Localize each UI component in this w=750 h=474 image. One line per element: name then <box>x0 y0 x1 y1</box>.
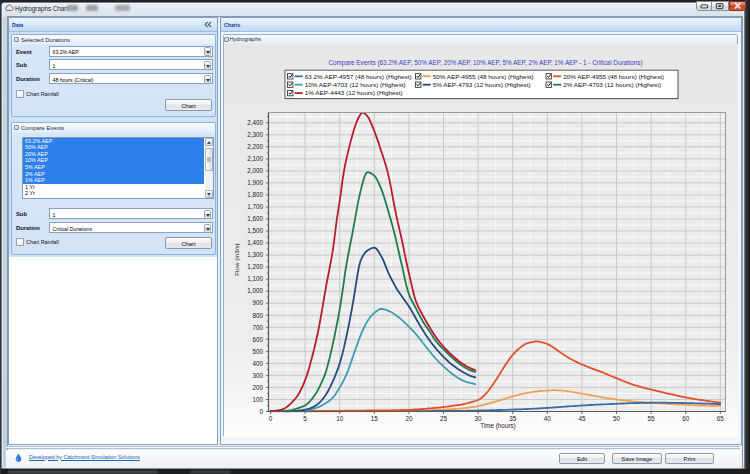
svg-text:2,300: 2,300 <box>247 131 263 138</box>
svg-text:0: 0 <box>268 414 272 421</box>
svg-text:1,700: 1,700 <box>247 203 263 210</box>
svg-text:20% AEP-4955 (48 hours) (Highe: 20% AEP-4955 (48 hours) (Highest) <box>563 72 664 79</box>
svg-text:800: 800 <box>252 311 263 318</box>
svg-text:100: 100 <box>252 395 263 402</box>
svg-text:2,100: 2,100 <box>247 155 263 162</box>
svg-text:1,400: 1,400 <box>247 239 263 246</box>
svg-text:2% AEP-4703 (12 hours) (Highes: 2% AEP-4703 (12 hours) (Highest) <box>563 80 661 87</box>
svg-text:300: 300 <box>252 371 263 378</box>
svg-text:45: 45 <box>578 414 586 421</box>
svg-text:1,800: 1,800 <box>247 191 263 198</box>
svg-text:50% AEP-4955 (48 hours) (Highe: 50% AEP-4955 (48 hours) (Highest) <box>432 72 533 79</box>
svg-text:1,200: 1,200 <box>247 263 263 270</box>
svg-text:1,900: 1,900 <box>247 179 263 186</box>
svg-text:1,500: 1,500 <box>247 227 263 234</box>
svg-text:5% AEP-4793 (12 hours) (Highes: 5% AEP-4793 (12 hours) (Highest) <box>432 80 530 87</box>
svg-text:65: 65 <box>716 414 724 421</box>
svg-text:Time (hours): Time (hours) <box>480 421 515 429</box>
svg-text:400: 400 <box>252 359 263 366</box>
svg-text:1,600: 1,600 <box>247 215 263 222</box>
svg-text:15: 15 <box>370 414 378 421</box>
svg-text:500: 500 <box>252 347 263 354</box>
svg-text:200: 200 <box>252 383 263 390</box>
svg-text:63.2% AEP-4957 (48 hours) (Hig: 63.2% AEP-4957 (48 hours) (Highest) <box>304 72 411 79</box>
svg-text:40: 40 <box>543 414 551 421</box>
svg-text:Flow (m3/s): Flow (m3/s) <box>232 243 239 275</box>
svg-text:5: 5 <box>303 414 307 421</box>
svg-text:1,100: 1,100 <box>247 275 263 282</box>
svg-text:2,400: 2,400 <box>247 119 263 126</box>
svg-text:2,200: 2,200 <box>247 143 263 150</box>
svg-text:2,000: 2,000 <box>247 167 263 174</box>
svg-text:25: 25 <box>439 414 447 421</box>
svg-text:50: 50 <box>612 414 620 421</box>
svg-text:0: 0 <box>259 407 263 414</box>
svg-text:900: 900 <box>252 299 263 306</box>
svg-text:60: 60 <box>682 414 690 421</box>
svg-text:700: 700 <box>252 323 263 330</box>
svg-text:Compare Events (63.2% AEP, 50%: Compare Events (63.2% AEP, 50% AEP, 20% … <box>328 59 642 67</box>
svg-text:1,000: 1,000 <box>247 287 263 294</box>
svg-text:600: 600 <box>252 335 263 342</box>
svg-text:10: 10 <box>336 414 344 421</box>
svg-text:10% AEP-4703 (12 hours) (Highe: 10% AEP-4703 (12 hours) (Highest) <box>304 80 405 87</box>
svg-text:55: 55 <box>647 414 655 421</box>
svg-text:20: 20 <box>405 414 413 421</box>
svg-text:1,300: 1,300 <box>247 251 263 258</box>
svg-text:1% AEP-4443 (12 hours) (Highes: 1% AEP-4443 (12 hours) (Highest) <box>304 89 402 96</box>
